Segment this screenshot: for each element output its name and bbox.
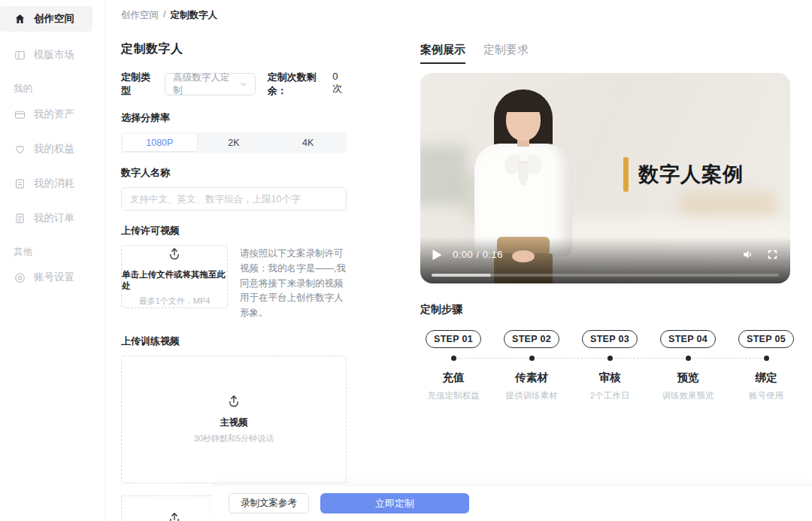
sidebar-section-other: 其他 bbox=[0, 231, 105, 265]
video-bg-frame bbox=[420, 145, 467, 205]
play-icon[interactable] bbox=[432, 250, 442, 260]
step-item-5: STEP 05 绑定 账号使用 bbox=[733, 330, 799, 401]
resolution-option-1080p[interactable]: 1080P bbox=[123, 134, 197, 151]
fullscreen-icon[interactable] bbox=[767, 249, 778, 260]
sidebar-item-label: 我的权益 bbox=[34, 142, 74, 156]
step-pill: STEP 05 bbox=[738, 330, 794, 348]
main-video-upload-dropzone[interactable]: 主视频 30秒静默和5分钟说话 bbox=[121, 356, 347, 483]
video-bg-shelf bbox=[679, 192, 777, 219]
customization-form: 定制数字人 定制类型 高级数字人定制 定制次数剩余： 0次 选择分辨率 1080… bbox=[121, 41, 347, 521]
video-progress-buffered bbox=[432, 274, 491, 277]
order-icon bbox=[14, 212, 26, 225]
remaining-count-value: 0次 bbox=[332, 71, 347, 98]
resolution-option-4k[interactable]: 4K bbox=[271, 134, 345, 151]
step-title: 预览 bbox=[677, 371, 699, 385]
submit-customization-button[interactable]: 立即定制 bbox=[320, 493, 469, 513]
main-video-title: 主视频 bbox=[220, 416, 248, 429]
demo-video-player[interactable]: 数字人案例 0:00 / 0:16 bbox=[420, 73, 790, 283]
license-upload-title: 单击上传文件或将其拖至此处 bbox=[122, 269, 227, 292]
sidebar-item-my-assets[interactable]: 我的资产 bbox=[0, 101, 92, 127]
step-pill: STEP 01 bbox=[426, 330, 481, 348]
step-pill: STEP 04 bbox=[660, 330, 716, 348]
overlay-accent-bar bbox=[623, 157, 629, 192]
video-time: 0:00 / 0:16 bbox=[453, 249, 503, 260]
upload-icon bbox=[226, 394, 241, 412]
sidebar-item-template-market[interactable]: 模版市场 bbox=[0, 42, 92, 68]
sidebar-item-label: 创作空间 bbox=[34, 12, 74, 26]
license-script-note: 请按照以下文案录制许可视频：我的名字是——,我同意将接下来录制的视频用于在平台上… bbox=[240, 245, 347, 321]
main-video-hint: 30秒静默和5分钟说话 bbox=[194, 433, 274, 444]
settings-icon bbox=[14, 271, 26, 284]
step-pill: STEP 03 bbox=[582, 330, 638, 348]
form-footer: 录制文案参考 立即定制 bbox=[212, 485, 812, 521]
step-title: 绑定 bbox=[756, 371, 777, 385]
step-subtitle: 充值定制权益 bbox=[428, 390, 480, 401]
customization-steps: STEP 01 充值 充值定制权益 STEP 02 传素材 提供训练素材 STE… bbox=[420, 330, 799, 401]
overlay-title-text: 数字人案例 bbox=[638, 161, 744, 188]
type-select-value: 高级数字人定制 bbox=[173, 71, 238, 97]
heart-badge-icon bbox=[14, 143, 26, 156]
script-reference-button[interactable]: 录制文案参考 bbox=[229, 493, 309, 513]
step-title: 传素材 bbox=[515, 371, 548, 385]
resolution-label: 选择分辨率 bbox=[121, 111, 347, 125]
resolution-segmented-control: 1080P 2K 4K bbox=[121, 132, 347, 153]
tab-customization-requirements[interactable]: 定制要求 bbox=[483, 43, 529, 64]
breadcrumb: 创作空间 / 定制数字人 bbox=[106, 0, 812, 22]
digital-human-customization-page: 创作空间 模版市场 我的 我的资产 我的权益 我的消耗 bbox=[0, 0, 812, 521]
video-overlay-title: 数字人案例 bbox=[623, 157, 744, 192]
sidebar-section-mine: 我的 bbox=[0, 68, 105, 101]
sidebar-item-label: 我的资产 bbox=[34, 108, 74, 121]
sidebar-item-label: 模版市场 bbox=[34, 48, 74, 62]
name-label: 数字人名称 bbox=[121, 166, 347, 180]
sidebar-item-my-consumption[interactable]: 我的消耗 bbox=[0, 171, 92, 196]
sidebar-item-label: 我的消耗 bbox=[34, 177, 74, 190]
step-subtitle: 训练效果预览 bbox=[662, 390, 714, 401]
video-progress-bar[interactable] bbox=[432, 274, 779, 277]
breadcrumb-current: 定制数字人 bbox=[170, 9, 217, 22]
resolution-option-2k[interactable]: 2K bbox=[197, 134, 271, 151]
step-title: 充值 bbox=[443, 371, 465, 385]
steps-heading: 定制步骤 bbox=[420, 303, 799, 317]
sidebar-item-label: 我的订单 bbox=[34, 211, 74, 225]
type-label: 定制类型 bbox=[121, 71, 157, 98]
license-video-label: 上传许可视频 bbox=[121, 224, 347, 238]
sidebar-item-my-benefits[interactable]: 我的权益 bbox=[0, 136, 92, 162]
step-item-2: STEP 02 传素材 提供训练素材 bbox=[498, 330, 565, 401]
training-video-label: 上传训练视频 bbox=[121, 335, 347, 348]
volume-icon[interactable] bbox=[742, 249, 753, 260]
wallet-icon bbox=[14, 108, 26, 121]
remaining-count-label: 定制次数剩余： bbox=[268, 71, 331, 98]
breadcrumb-separator: / bbox=[163, 9, 165, 22]
upload-icon bbox=[167, 511, 182, 521]
sidebar-item-my-orders[interactable]: 我的订单 bbox=[0, 205, 92, 231]
sidebar-item-account-settings[interactable]: 账号设置 bbox=[0, 265, 92, 290]
sidebar-item-creation-space[interactable]: 创作空间 bbox=[0, 6, 92, 32]
main-content: 创作空间 / 定制数字人 定制数字人 定制类型 高级数字人定制 定制次数剩余： … bbox=[106, 0, 812, 521]
upload-icon bbox=[167, 247, 182, 265]
showcase-tabs: 案例展示 定制要求 bbox=[420, 43, 799, 64]
digital-human-name-input[interactable] bbox=[121, 187, 347, 211]
tab-case-display[interactable]: 案例展示 bbox=[420, 43, 465, 64]
step-item-1: STEP 01 充值 充值定制权益 bbox=[420, 330, 486, 401]
step-dot bbox=[529, 356, 535, 361]
showcase-panel: 案例展示 定制要求 bbox=[420, 41, 799, 401]
step-dot bbox=[686, 356, 691, 361]
chevron-down-icon bbox=[239, 80, 248, 89]
step-subtitle: 2个工作日 bbox=[590, 390, 629, 401]
step-title: 审核 bbox=[599, 371, 621, 385]
step-subtitle: 提供训练素材 bbox=[506, 390, 558, 401]
type-select[interactable]: 高级数字人定制 bbox=[165, 73, 255, 95]
step-subtitle: 账号使用 bbox=[749, 390, 783, 401]
step-item-3: STEP 03 审核 2个工作日 bbox=[577, 330, 643, 401]
home-icon bbox=[14, 13, 26, 26]
step-dot bbox=[451, 356, 456, 361]
template-icon bbox=[14, 49, 26, 62]
license-video-upload-dropzone[interactable]: 单击上传文件或将其拖至此处 最多1个文件，MP4 bbox=[121, 245, 228, 308]
breadcrumb-parent-link[interactable]: 创作空间 bbox=[121, 9, 159, 22]
page-title: 定制数字人 bbox=[121, 41, 347, 57]
step-pill: STEP 02 bbox=[504, 330, 559, 348]
step-dot bbox=[607, 356, 613, 361]
sidebar-item-label: 账号设置 bbox=[34, 271, 74, 284]
step-dot bbox=[764, 356, 769, 361]
license-upload-hint: 最多1个文件，MP4 bbox=[139, 295, 211, 307]
